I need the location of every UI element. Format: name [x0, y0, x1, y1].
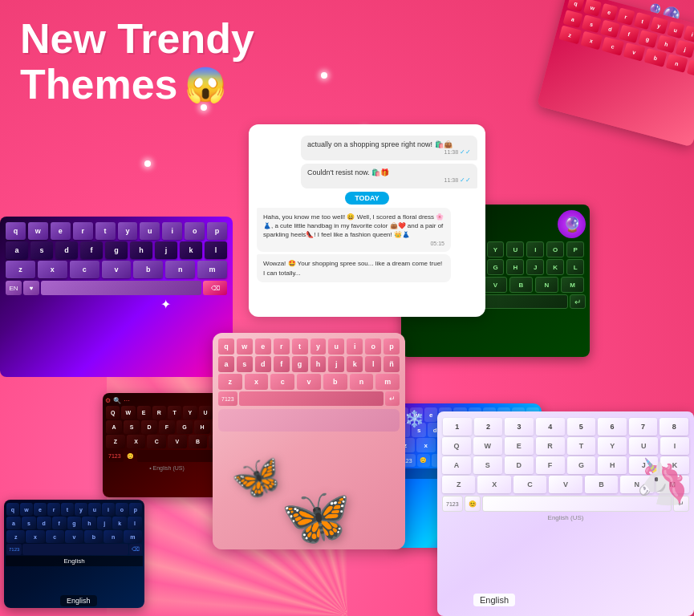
key[interactable]: X [127, 435, 146, 448]
key[interactable]: o [365, 338, 381, 355]
key[interactable]: E [505, 437, 534, 455]
key[interactable]: p [129, 503, 142, 516]
key-a[interactable]: a [6, 241, 28, 259]
key[interactable]: A [106, 420, 122, 434]
key[interactable]: e [424, 407, 437, 422]
key-p[interactable]: p [207, 222, 227, 240]
key[interactable]: u [328, 338, 344, 355]
key-e[interactable]: e [51, 222, 71, 240]
key-J[interactable]: J [526, 259, 544, 275]
key[interactable]: B [585, 476, 618, 493]
key[interactable]: S [473, 456, 502, 474]
key[interactable]: m [375, 374, 400, 390]
key-num-wolf[interactable]: 7123 [6, 544, 22, 555]
key[interactable]: z [6, 530, 25, 543]
key-b[interactable]: b [133, 261, 163, 278]
key[interactable]: U [629, 437, 658, 455]
key[interactable]: w [237, 338, 253, 355]
key[interactable]: e [34, 503, 47, 516]
key[interactable]: t [61, 503, 74, 516]
key[interactable]: F [159, 420, 175, 434]
key-num-red[interactable]: 7123 [106, 450, 124, 462]
key-i[interactable]: i [162, 222, 182, 240]
key-enter[interactable]: ↵ [570, 294, 586, 309]
key[interactable]: Y [183, 406, 197, 419]
key-6[interactable]: 6 [598, 418, 627, 436]
key[interactable]: t [292, 338, 308, 355]
key-f[interactable]: f [80, 241, 103, 259]
key[interactable]: X [477, 476, 510, 493]
key[interactable]: x [416, 438, 436, 452]
key[interactable]: j [328, 356, 344, 372]
key-emoji-uni[interactable]: 😊 [465, 496, 481, 512]
key-v[interactable]: v [102, 261, 132, 278]
key-V[interactable]: V [484, 277, 507, 293]
key-enter-butterfly[interactable]: ↵ [385, 391, 400, 406]
key-num-uni[interactable]: 7123 [442, 496, 463, 512]
key-H[interactable]: H [506, 259, 524, 275]
key[interactable]: y [310, 338, 327, 355]
key[interactable]: q [6, 503, 19, 516]
key-o[interactable]: o [185, 222, 205, 240]
key[interactable]: l [365, 356, 381, 372]
key-B[interactable]: B [509, 277, 533, 293]
key[interactable]: H [598, 456, 627, 474]
spacebar-area[interactable] [218, 409, 400, 432]
key-h[interactable]: h [130, 241, 152, 259]
key[interactable]: k [112, 517, 127, 529]
key[interactable]: g [67, 517, 82, 529]
key-y[interactable]: y [118, 222, 138, 240]
key-4[interactable]: 4 [536, 418, 565, 436]
key-7[interactable]: 7 [629, 418, 658, 436]
key-delete[interactable]: ⌫ [203, 281, 227, 295]
key[interactable]: T [168, 406, 181, 419]
key-N[interactable]: N [535, 277, 558, 293]
key[interactable]: p [384, 338, 400, 355]
key-r[interactable]: r [73, 222, 93, 240]
key-j[interactable]: j [155, 241, 177, 259]
key[interactable]: c [270, 374, 294, 390]
key-K[interactable]: K [546, 259, 564, 275]
key[interactable]: c [46, 530, 64, 543]
spacebar-butterfly[interactable] [239, 391, 384, 406]
key-u[interactable]: u [140, 222, 160, 240]
key-M[interactable]: M [561, 277, 584, 293]
key-2[interactable]: 2 [474, 418, 503, 436]
key-emoji-holo[interactable]: 😊 [417, 454, 430, 467]
key[interactable]: C [147, 435, 166, 448]
key[interactable]: o [116, 503, 128, 516]
key[interactable]: b [323, 374, 347, 390]
key[interactable]: D [141, 420, 157, 434]
key-8[interactable]: 8 [660, 418, 688, 436]
key[interactable]: v [297, 374, 321, 390]
key[interactable]: R [152, 406, 166, 419]
key[interactable]: j [97, 517, 112, 529]
key-s[interactable]: s [30, 241, 53, 259]
key[interactable]: Z [442, 476, 475, 493]
key-w[interactable]: w [28, 222, 48, 240]
key[interactable]: z [218, 374, 242, 390]
key[interactable]: ñ [384, 356, 400, 372]
key[interactable]: s [237, 356, 253, 372]
key[interactable]: f [274, 356, 290, 372]
key[interactable]: s [22, 517, 36, 529]
key-Y[interactable]: Y [487, 241, 505, 257]
key[interactable]: V [168, 435, 187, 448]
key[interactable]: k [347, 356, 363, 372]
key-heart[interactable]: ♥ [23, 281, 39, 295]
key[interactable]: u [88, 503, 101, 516]
key-x[interactable]: x [38, 261, 67, 278]
key[interactable]: v [65, 530, 83, 543]
key[interactable]: W [121, 406, 135, 419]
key[interactable]: y [75, 503, 87, 516]
key-n[interactable]: n [165, 261, 195, 278]
key[interactable]: h [310, 356, 327, 372]
key[interactable]: n [103, 530, 122, 543]
spacebar[interactable] [41, 281, 201, 295]
key-1[interactable]: 1 [443, 418, 472, 436]
key[interactable]: l [128, 517, 142, 529]
key[interactable]: B [189, 435, 208, 448]
key[interactable]: d [255, 356, 271, 372]
key-3[interactable]: 3 [505, 418, 534, 436]
key-G[interactable]: G [487, 259, 505, 275]
